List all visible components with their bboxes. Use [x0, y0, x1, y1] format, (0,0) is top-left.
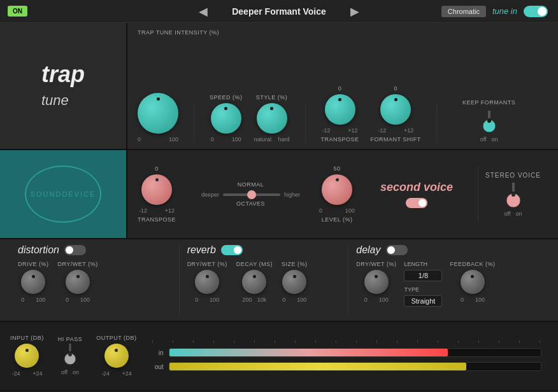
distortion-block: distortion DRIVE (%) 0 100 DRY/WET (%): [10, 244, 180, 316]
distortion-toggle[interactable]: [64, 245, 86, 255]
on-button[interactable]: ON: [8, 6, 27, 17]
delay-type-label: TYPE: [404, 286, 442, 293]
formant-knob[interactable]: [380, 94, 411, 125]
input-knob[interactable]: [15, 344, 39, 368]
level-knob-group: 50 0 100 LEVEL (%): [319, 165, 355, 223]
size-knob[interactable]: [282, 270, 306, 294]
speed-knob[interactable]: [211, 103, 241, 134]
octaves-slider[interactable]: [223, 193, 280, 196]
second-voice-toggle[interactable]: [406, 198, 427, 208]
voice-controls: 0 -12 +12 TRANSPOSE normal deeper higher: [127, 150, 558, 238]
keep-formants-toggle-knob[interactable]: [479, 111, 499, 136]
decay-label: DECAY (ms): [236, 261, 273, 267]
second-voice-toggle-area: second voice: [380, 181, 453, 208]
intensity-knob[interactable]: [138, 93, 178, 134]
meter-out-bar: [169, 362, 541, 371]
stereo-voice-label: STEREO VOICE: [485, 172, 541, 179]
feedback-range: 0 100: [461, 297, 485, 303]
decay-group: DECAY (ms) 200 10k: [236, 261, 273, 303]
transpose-range: -12 +12: [322, 127, 358, 134]
trap-tune-section: trap tune TRAP TUNE INTENSITY (%) 0 100: [0, 23, 558, 150]
svg-point-2: [487, 119, 491, 123]
feedback-label: FEEDBACK (%): [450, 261, 495, 267]
reverb-title: reverb: [187, 244, 216, 256]
reverb-block: reverb DRY/WET (%) 0 100 DECAY (ms): [180, 244, 349, 316]
top-right-controls: Chromatic tune in: [441, 6, 548, 17]
delay-length-value[interactable]: 1/8: [404, 270, 442, 281]
stereo-voice-toggle-knob[interactable]: [503, 183, 524, 211]
output-group: OUTPUT (dB) -24 +24: [96, 335, 136, 377]
svg-point-5: [512, 193, 515, 197]
dist-drywet-label: DRY/WET (%): [58, 261, 98, 267]
delay-title: delay: [356, 244, 380, 256]
delay-drywet-label: DRY/WET (%): [356, 261, 396, 267]
size-range: 0 100: [282, 297, 306, 303]
style-label: STYLE (%): [256, 94, 288, 101]
level-knob[interactable]: [322, 174, 352, 205]
second-voice-toggle-row: [406, 198, 427, 208]
sounddevice-logo: SOUNDDEVICE: [0, 150, 127, 238]
hipass-labels: off on: [61, 369, 79, 375]
meter-in-row: in: [151, 348, 541, 357]
tune-in-toggle[interactable]: [524, 6, 548, 17]
drive-label: DRIVE (%): [18, 261, 49, 267]
trap-controls: TRAP TUNE INTENSITY (%) 0 100 SPEED (%): [127, 23, 558, 149]
delay-drywet-knob[interactable]: [364, 270, 389, 294]
distortion-knobs: DRIVE (%) 0 100 DRY/WET (%) 0: [18, 261, 171, 303]
distortion-title-row: distortion: [18, 244, 171, 256]
delay-type-value[interactable]: Straight: [404, 295, 442, 307]
style-knob[interactable]: [257, 103, 287, 134]
delay-controls: DRY/WET (%) 0 100 LENGTH 1/8 TYPE Straig…: [356, 261, 540, 307]
delay-block: delay DRY/WET (%) 0 100 LENGTH: [348, 244, 548, 316]
reverb-drywet-label: DRY/WET (%): [187, 261, 227, 267]
speed-label: SPEED (%): [210, 94, 243, 101]
speed-knob-group: SPEED (%) 0 100: [210, 94, 243, 143]
octaves-label: OCTAVES: [236, 200, 265, 207]
dist-drywet-group: DRY/WET (%) 0 100: [58, 261, 98, 303]
next-preset-button[interactable]: ▶: [343, 4, 367, 18]
decay-knob[interactable]: [242, 270, 266, 294]
delay-length-label: LENGTH: [404, 261, 442, 267]
reverb-drywet-knob[interactable]: [195, 270, 219, 294]
speed-range: 0 100: [211, 136, 241, 143]
dist-drywet-knob[interactable]: [66, 270, 90, 294]
sounddevice-text: SOUNDDEVICE: [25, 165, 101, 223]
intensity-knob-group: 0 100: [138, 93, 178, 143]
main-content: trap tune TRAP TUNE INTENSITY (%) 0 100: [0, 23, 558, 392]
drive-knob-group: DRIVE (%) 0 100: [18, 261, 49, 303]
trap-knobs-row: 0 100 SPEED (%) 0 100: [138, 39, 548, 143]
output-label: OUTPUT (dB): [96, 335, 136, 341]
dist-drywet-range: 0 100: [66, 297, 90, 303]
meters-area: in out: [145, 340, 548, 371]
feedback-knob[interactable]: [461, 270, 485, 294]
size-label: SIZE (%): [282, 261, 308, 267]
delay-drywet-group: DRY/WET (%) 0 100: [356, 261, 396, 303]
output-knob[interactable]: [104, 344, 129, 368]
voice-transpose-knob[interactable]: [141, 174, 172, 205]
svg-point-8: [68, 353, 72, 356]
prev-preset-button[interactable]: ◀: [191, 4, 215, 18]
feedback-group: FEEDBACK (%) 0 100: [450, 261, 495, 303]
meter-in-fill: [169, 349, 448, 356]
reverb-toggle[interactable]: [221, 245, 243, 255]
trap-logo: trap tune: [0, 23, 127, 149]
delay-title-row: delay: [356, 244, 540, 256]
style-knob-group: STYLE (%) natural hard: [254, 94, 290, 143]
drive-knob[interactable]: [21, 270, 45, 294]
transpose-knob-group: 0 -12 +12 TRANSPOSE: [321, 85, 359, 143]
chromatic-button[interactable]: Chromatic: [441, 6, 486, 17]
intensity-label: TRAP TUNE INTENSITY (%): [138, 29, 548, 36]
voice-transpose-label: TRANSPOSE: [138, 216, 176, 223]
delay-toggle[interactable]: [386, 245, 408, 255]
octaves-slider-container: deeper higher: [201, 192, 300, 198]
hipass-toggle-knob[interactable]: [61, 344, 79, 368]
level-range: 0 100: [319, 207, 355, 214]
transpose-knob[interactable]: [325, 94, 355, 125]
voice-transpose-top: 0: [155, 165, 159, 172]
keep-formants-block: KEEP FORMANTS off on: [452, 99, 526, 143]
stereo-voice-labels: off on: [504, 211, 522, 217]
keep-formants-label: KEEP FORMANTS: [462, 99, 515, 106]
second-voice-label: second voice: [380, 181, 453, 194]
formant-knob-group: 0 -12 +12 FORMANT SHIFT: [371, 85, 421, 143]
voice-transpose-group: 0 -12 +12 TRANSPOSE: [138, 165, 176, 223]
